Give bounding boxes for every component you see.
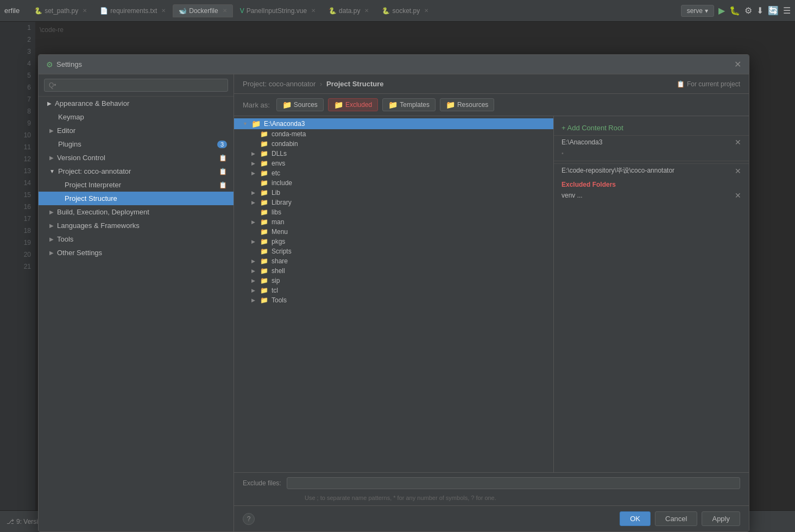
tree-item-lib[interactable]: ▶ 📁 Lib <box>234 188 553 198</box>
search-input[interactable] <box>44 79 228 92</box>
download-icon[interactable]: ⬇ <box>756 5 764 16</box>
sidebar-item-plugins[interactable]: Plugins 3 <box>39 137 234 151</box>
exclude-files-input[interactable] <box>287 477 740 489</box>
layout-icon[interactable]: ☰ <box>783 5 791 16</box>
expand-icon: ▼ <box>49 168 55 174</box>
interpreter-gear-icon: 📋 <box>219 181 227 189</box>
mark-excluded-button[interactable]: 📁 Excluded <box>328 98 378 111</box>
settings-icon[interactable]: ⚙ <box>744 5 752 16</box>
tree-item-envs[interactable]: ▶ 📁 envs <box>234 159 553 168</box>
tree-item-menu[interactable]: 📁 Menu <box>234 227 553 237</box>
content-header: Project: coco-annotator › Project Struct… <box>234 74 749 94</box>
folder-icon: 📁 <box>260 218 268 226</box>
templates-folder-icon: 📁 <box>388 100 398 109</box>
tree-item-root[interactable]: ▼ 📁 E:\Anaconda3 <box>234 118 553 129</box>
settings-dialog: ⚙ Settings ✕ ▶ Appearance & Behavior Key… <box>38 54 749 532</box>
sidebar-item-project-interpreter[interactable]: Project Interpreter 📋 <box>39 178 234 192</box>
sidebar-item-keymap[interactable]: Keymap <box>39 110 234 124</box>
tree-item-dlls[interactable]: ▶ 📁 DLLs <box>234 149 553 159</box>
remove-root-2-button[interactable]: ✕ <box>735 167 741 175</box>
tree-expand-icon: ▶ <box>251 161 257 166</box>
mark-resources-button[interactable]: 📁 Resources <box>440 98 494 111</box>
tree-expand-icon: ▶ <box>251 200 257 205</box>
tree-item-etc[interactable]: ▶ 📁 etc <box>234 168 553 178</box>
tree-item-pkgs[interactable]: ▶ 📁 pkgs <box>234 237 553 246</box>
settings-sidebar: ▶ Appearance & Behavior Keymap ▶ Editor … <box>39 74 234 531</box>
folder-icon: 📁 <box>260 257 268 265</box>
update-icon[interactable]: 🔄 <box>768 5 779 16</box>
apply-button[interactable]: Apply <box>702 511 740 526</box>
tab-vue[interactable]: V PanelInputString.vue ✕ <box>234 4 321 17</box>
tab-requirements[interactable]: 📄 requirements.txt ✕ <box>94 4 172 17</box>
folder-icon: 📁 <box>260 189 268 197</box>
run-config-dropdown[interactable]: serve ▾ <box>681 5 714 17</box>
tab-socket-py[interactable]: 🐍 socket.py ✕ <box>376 4 434 17</box>
folder-icon: 📁 <box>260 267 268 275</box>
expand-icon: ▶ <box>49 236 54 242</box>
ok-button[interactable]: OK <box>620 511 651 526</box>
sidebar-item-tools[interactable]: ▶ Tools <box>39 232 234 246</box>
settings-content: Project: coco-annotator › Project Struct… <box>234 74 749 531</box>
content-root-item-1: E:\Anaconda3 ✕ <box>554 135 749 149</box>
tree-expand-icon: ▼ <box>243 121 248 126</box>
sidebar-item-project[interactable]: ▼ Project: coco-annotator 📋 <box>39 164 234 178</box>
sidebar-item-appearance[interactable]: ▶ Appearance & Behavior <box>39 97 234 110</box>
tree-item-tcl[interactable]: ▶ 📁 tcl <box>234 286 553 295</box>
tree-expand-icon: ▶ <box>251 297 257 303</box>
cancel-button[interactable]: Cancel <box>655 511 697 526</box>
run-button[interactable]: ▶ <box>718 5 725 16</box>
tree-expand-icon: ▶ <box>251 170 257 176</box>
debug-icon[interactable]: 🐛 <box>729 5 740 16</box>
close-icon[interactable]: ✕ <box>83 8 87 14</box>
tree-item-condabin[interactable]: 📁 condabin <box>234 139 553 149</box>
content-root-item-2: E:\code-repository\毕设\coco-annotator ✕ <box>554 163 749 178</box>
top-bar: erfile 🐍 set_path.py ✕ 📄 requirements.tx… <box>0 0 795 22</box>
tree-item-include[interactable]: 📁 include <box>234 178 553 188</box>
add-content-root-button[interactable]: + Add Content Root <box>554 121 749 135</box>
dialog-titlebar: ⚙ Settings ✕ <box>39 55 749 74</box>
folder-icon: 📁 <box>260 169 268 177</box>
tab-data-py[interactable]: 🐍 data.py ✕ <box>323 4 375 17</box>
remove-excluded-button[interactable]: ✕ <box>735 191 741 200</box>
sidebar-item-editor[interactable]: ▶ Editor <box>39 124 234 137</box>
excluded-folders-label: Excluded Folders <box>554 178 749 189</box>
mark-sources-button[interactable]: 📁 Sources <box>276 98 324 111</box>
search-box <box>39 74 234 97</box>
tree-item-man[interactable]: ▶ 📁 man <box>234 217 553 227</box>
close-icon[interactable]: ✕ <box>311 8 316 14</box>
sidebar-item-build[interactable]: ▶ Build, Execution, Deployment <box>39 205 234 219</box>
sidebar-item-project-structure[interactable]: Project Structure <box>39 192 234 205</box>
tree-item-share[interactable]: ▶ 📁 share <box>234 256 553 266</box>
sidebar-item-version-control[interactable]: ▶ Version Control 📋 <box>39 151 234 164</box>
project-gear-icon: 📋 <box>219 168 227 175</box>
folder-icon: 📁 <box>260 199 268 206</box>
tab-dockerfile[interactable]: 🐋 Dockerfile ✕ <box>173 4 232 17</box>
content-split: ▼ 📁 E:\Anaconda3 📁 conda-meta 📁 <box>234 116 749 472</box>
dialog-close-button[interactable]: ✕ <box>734 59 741 69</box>
tree-item-library[interactable]: ▶ 📁 Library <box>234 198 553 207</box>
tree-item-shell[interactable]: ▶ 📁 shell <box>234 266 553 276</box>
content-roots-panel: + Add Content Root E:\Anaconda3 ✕ • <box>553 116 749 472</box>
remove-root-button[interactable]: ✕ <box>735 138 741 147</box>
folder-icon: 📁 <box>260 160 268 167</box>
excluded-folders-placeholder: • <box>561 150 564 156</box>
exclude-files-row: Exclude files: <box>234 472 749 493</box>
folder-icon: 📁 <box>260 248 268 255</box>
sidebar-item-other-settings[interactable]: ▶ Other Settings <box>39 246 234 259</box>
close-icon[interactable]: ✕ <box>161 8 166 14</box>
tree-item-sip[interactable]: ▶ 📁 sip <box>234 276 553 286</box>
expand-icon: ▶ <box>49 250 54 256</box>
close-icon[interactable]: ✕ <box>223 8 227 14</box>
tree-item-conda-meta[interactable]: 📁 conda-meta <box>234 129 553 139</box>
close-icon[interactable]: ✕ <box>424 8 428 14</box>
tree-item-tools[interactable]: ▶ 📁 Tools <box>234 295 553 305</box>
tab-set-path[interactable]: 🐍 set_path.py ✕ <box>28 4 93 17</box>
folder-icon: 📁 <box>260 208 268 216</box>
tree-item-libs[interactable]: 📁 libs <box>234 207 553 217</box>
sidebar-item-languages[interactable]: ▶ Languages & Frameworks <box>39 219 234 232</box>
close-icon[interactable]: ✕ <box>364 8 369 14</box>
mark-templates-button[interactable]: 📁 Templates <box>382 98 436 111</box>
help-button[interactable]: ? <box>243 513 255 525</box>
tree-item-scripts[interactable]: 📁 Scripts <box>234 246 553 256</box>
expand-icon: ▶ <box>49 209 54 215</box>
